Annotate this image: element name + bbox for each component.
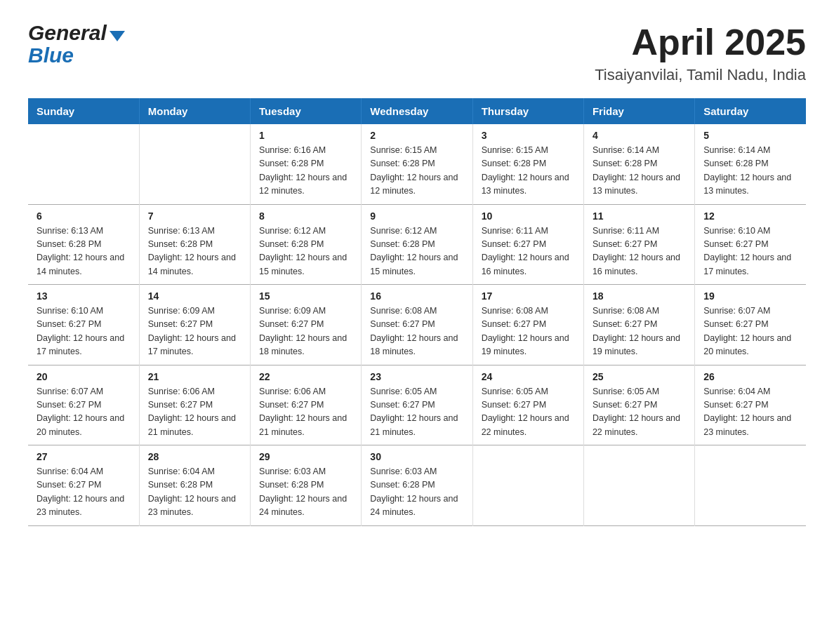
calendar-week-row: 1Sunrise: 6:16 AMSunset: 6:28 PMDaylight… <box>28 124 806 204</box>
day-number: 22 <box>259 371 352 382</box>
day-info: Sunrise: 6:08 AMSunset: 6:27 PMDaylight:… <box>593 304 686 359</box>
day-info: Sunrise: 6:05 AMSunset: 6:27 PMDaylight:… <box>482 385 575 440</box>
logo-general-text: General <box>28 21 107 45</box>
header-tuesday: Tuesday <box>251 98 362 124</box>
day-number: 25 <box>593 371 686 382</box>
day-number: 16 <box>370 290 463 302</box>
day-info: Sunrise: 6:05 AMSunset: 6:27 PMDaylight:… <box>370 385 463 440</box>
calendar-cell: 28Sunrise: 6:04 AMSunset: 6:28 PMDayligh… <box>139 445 250 526</box>
day-number: 30 <box>370 451 463 462</box>
calendar-cell: 27Sunrise: 6:04 AMSunset: 6:27 PMDayligh… <box>28 445 139 526</box>
day-info: Sunrise: 6:07 AMSunset: 6:27 PMDaylight:… <box>37 385 131 440</box>
calendar-cell: 1Sunrise: 6:16 AMSunset: 6:28 PMDaylight… <box>251 124 362 204</box>
day-number: 21 <box>148 371 241 382</box>
day-info: Sunrise: 6:15 AMSunset: 6:28 PMDaylight:… <box>370 144 463 199</box>
day-info: Sunrise: 6:08 AMSunset: 6:27 PMDaylight:… <box>370 304 463 359</box>
day-number: 13 <box>37 290 131 302</box>
day-info: Sunrise: 6:16 AMSunset: 6:28 PMDaylight:… <box>259 144 352 199</box>
day-info: Sunrise: 6:07 AMSunset: 6:27 PMDaylight:… <box>703 304 797 359</box>
day-number: 18 <box>593 290 686 302</box>
calendar-cell: 2Sunrise: 6:15 AMSunset: 6:28 PMDaylight… <box>362 124 472 204</box>
day-number: 20 <box>37 371 131 382</box>
day-number: 24 <box>482 371 575 382</box>
header-sunday: Sunday <box>28 98 139 124</box>
calendar-cell: 4Sunrise: 6:14 AMSunset: 6:28 PMDaylight… <box>583 124 694 204</box>
calendar-cell <box>28 124 139 204</box>
calendar-cell <box>139 124 250 204</box>
day-info: Sunrise: 6:04 AMSunset: 6:27 PMDaylight:… <box>703 385 797 440</box>
calendar-cell <box>695 445 806 526</box>
calendar-week-row: 27Sunrise: 6:04 AMSunset: 6:27 PMDayligh… <box>28 445 806 526</box>
header-monday: Monday <box>139 98 250 124</box>
day-number: 28 <box>148 451 241 462</box>
calendar-cell: 15Sunrise: 6:09 AMSunset: 6:27 PMDayligh… <box>251 285 362 365</box>
calendar-cell: 3Sunrise: 6:15 AMSunset: 6:28 PMDaylight… <box>472 124 583 204</box>
calendar-cell: 17Sunrise: 6:08 AMSunset: 6:27 PMDayligh… <box>472 285 583 365</box>
calendar-cell: 29Sunrise: 6:03 AMSunset: 6:28 PMDayligh… <box>251 445 362 526</box>
day-number: 19 <box>703 290 797 302</box>
header-friday: Friday <box>583 98 694 124</box>
day-info: Sunrise: 6:11 AMSunset: 6:27 PMDaylight:… <box>482 224 575 279</box>
day-info: Sunrise: 6:11 AMSunset: 6:27 PMDaylight:… <box>593 224 686 279</box>
logo-blue-text: Blue <box>28 43 74 67</box>
day-info: Sunrise: 6:14 AMSunset: 6:28 PMDaylight:… <box>593 144 686 199</box>
calendar-cell: 9Sunrise: 6:12 AMSunset: 6:28 PMDaylight… <box>362 204 472 285</box>
calendar-week-row: 20Sunrise: 6:07 AMSunset: 6:27 PMDayligh… <box>28 365 806 445</box>
logo-arrow-icon <box>110 31 125 41</box>
day-number: 17 <box>482 290 575 302</box>
day-info: Sunrise: 6:09 AMSunset: 6:27 PMDaylight:… <box>148 304 241 359</box>
day-number: 5 <box>703 130 797 141</box>
header-wednesday: Wednesday <box>362 98 472 124</box>
day-info: Sunrise: 6:10 AMSunset: 6:27 PMDaylight:… <box>37 304 131 359</box>
calendar-cell: 13Sunrise: 6:10 AMSunset: 6:27 PMDayligh… <box>28 285 139 365</box>
logo: General Blue <box>28 21 125 67</box>
calendar-cell: 6Sunrise: 6:13 AMSunset: 6:28 PMDaylight… <box>28 204 139 285</box>
day-info: Sunrise: 6:06 AMSunset: 6:27 PMDaylight:… <box>148 385 241 440</box>
calendar-cell <box>583 445 694 526</box>
day-number: 1 <box>259 130 352 141</box>
day-info: Sunrise: 6:05 AMSunset: 6:27 PMDaylight:… <box>593 385 686 440</box>
title-block: April 2025 Tisaiyanvilai, Tamil Nadu, In… <box>595 21 806 84</box>
day-number: 29 <box>259 451 352 462</box>
day-number: 6 <box>37 210 131 222</box>
calendar-week-row: 13Sunrise: 6:10 AMSunset: 6:27 PMDayligh… <box>28 285 806 365</box>
calendar-cell: 30Sunrise: 6:03 AMSunset: 6:28 PMDayligh… <box>362 445 472 526</box>
calendar-header-row: SundayMondayTuesdayWednesdayThursdayFrid… <box>28 98 806 124</box>
day-info: Sunrise: 6:06 AMSunset: 6:27 PMDaylight:… <box>259 385 352 440</box>
day-number: 26 <box>703 371 797 382</box>
day-info: Sunrise: 6:14 AMSunset: 6:28 PMDaylight:… <box>703 144 797 199</box>
calendar-cell: 7Sunrise: 6:13 AMSunset: 6:28 PMDaylight… <box>139 204 250 285</box>
calendar-cell: 12Sunrise: 6:10 AMSunset: 6:27 PMDayligh… <box>695 204 806 285</box>
calendar-cell: 22Sunrise: 6:06 AMSunset: 6:27 PMDayligh… <box>251 365 362 445</box>
day-info: Sunrise: 6:04 AMSunset: 6:28 PMDaylight:… <box>148 465 241 520</box>
day-number: 4 <box>593 130 686 141</box>
day-number: 12 <box>703 210 797 222</box>
day-info: Sunrise: 6:04 AMSunset: 6:27 PMDaylight:… <box>37 465 131 520</box>
day-info: Sunrise: 6:13 AMSunset: 6:28 PMDaylight:… <box>37 224 131 279</box>
calendar-cell: 8Sunrise: 6:12 AMSunset: 6:28 PMDaylight… <box>251 204 362 285</box>
calendar-cell: 24Sunrise: 6:05 AMSunset: 6:27 PMDayligh… <box>472 365 583 445</box>
day-info: Sunrise: 6:03 AMSunset: 6:28 PMDaylight:… <box>259 465 352 520</box>
calendar-cell: 16Sunrise: 6:08 AMSunset: 6:27 PMDayligh… <box>362 285 472 365</box>
day-info: Sunrise: 6:09 AMSunset: 6:27 PMDaylight:… <box>259 304 352 359</box>
day-info: Sunrise: 6:10 AMSunset: 6:27 PMDaylight:… <box>703 224 797 279</box>
calendar-table: SundayMondayTuesdayWednesdayThursdayFrid… <box>28 98 806 526</box>
page-subtitle: Tisaiyanvilai, Tamil Nadu, India <box>595 66 806 84</box>
calendar-week-row: 6Sunrise: 6:13 AMSunset: 6:28 PMDaylight… <box>28 204 806 285</box>
calendar-cell: 26Sunrise: 6:04 AMSunset: 6:27 PMDayligh… <box>695 365 806 445</box>
day-info: Sunrise: 6:12 AMSunset: 6:28 PMDaylight:… <box>370 224 463 279</box>
day-info: Sunrise: 6:08 AMSunset: 6:27 PMDaylight:… <box>482 304 575 359</box>
calendar-cell: 14Sunrise: 6:09 AMSunset: 6:27 PMDayligh… <box>139 285 250 365</box>
day-info: Sunrise: 6:15 AMSunset: 6:28 PMDaylight:… <box>482 144 575 199</box>
header-thursday: Thursday <box>472 98 583 124</box>
calendar-cell <box>472 445 583 526</box>
day-number: 23 <box>370 371 463 382</box>
calendar-cell: 10Sunrise: 6:11 AMSunset: 6:27 PMDayligh… <box>472 204 583 285</box>
day-info: Sunrise: 6:13 AMSunset: 6:28 PMDaylight:… <box>148 224 241 279</box>
calendar-cell: 21Sunrise: 6:06 AMSunset: 6:27 PMDayligh… <box>139 365 250 445</box>
day-number: 9 <box>370 210 463 222</box>
calendar-cell: 23Sunrise: 6:05 AMSunset: 6:27 PMDayligh… <box>362 365 472 445</box>
day-number: 11 <box>593 210 686 222</box>
day-number: 15 <box>259 290 352 302</box>
page-header: General Blue April 2025 Tisaiyanvilai, T… <box>28 21 806 84</box>
